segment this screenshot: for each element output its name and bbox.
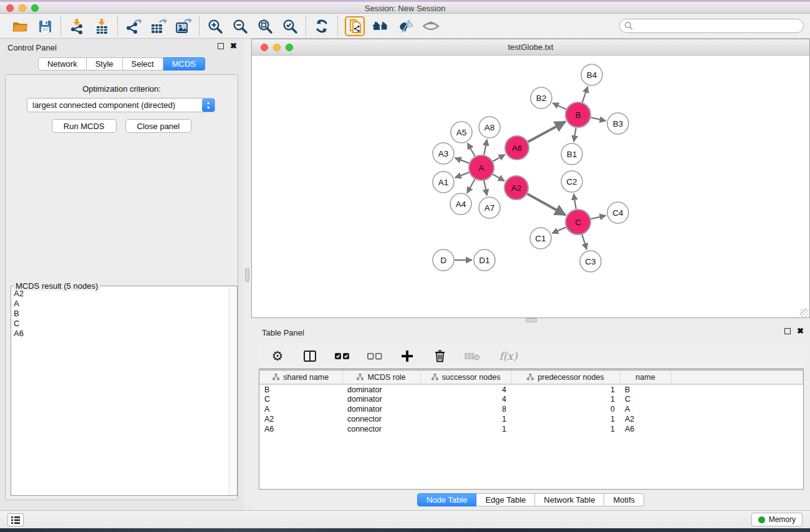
- col-name[interactable]: name: [620, 370, 671, 384]
- result-item[interactable]: A: [11, 299, 229, 309]
- open-session-button[interactable]: [7, 16, 32, 37]
- float-panel-icon[interactable]: [784, 328, 791, 334]
- import-network-button[interactable]: [64, 16, 89, 37]
- edge-B-B1[interactable]: [574, 128, 576, 142]
- show-columns-button[interactable]: [301, 347, 319, 365]
- node-D[interactable]: D: [433, 249, 454, 271]
- result-item[interactable]: C: [11, 319, 229, 329]
- node-B1[interactable]: B1: [561, 143, 582, 165]
- table-row[interactable]: Bdominator41B: [259, 384, 803, 394]
- zoom-selected-button[interactable]: [277, 16, 302, 37]
- export-image-button[interactable]: [171, 16, 196, 37]
- splitter-handle[interactable]: [245, 268, 249, 282]
- result-scrollbar[interactable]: [229, 286, 237, 495]
- edge-C-C4[interactable]: [591, 216, 605, 220]
- refresh-button[interactable]: [309, 16, 334, 37]
- float-panel-icon[interactable]: [218, 43, 224, 49]
- export-table-button[interactable]: [146, 16, 171, 37]
- zoom-in-button[interactable]: [203, 16, 228, 37]
- node-D1[interactable]: D1: [474, 249, 495, 271]
- table-header-row[interactable]: shared name MCDS role successor nodes pr…: [259, 370, 803, 384]
- edge-B-B4[interactable]: [582, 87, 588, 102]
- col-predecessor-nodes[interactable]: predecessor nodes: [511, 370, 620, 384]
- select-all-columns-button[interactable]: [334, 347, 351, 365]
- edge-A-A2[interactable]: [493, 174, 504, 181]
- network-canvas-svg[interactable]: B4B2BB3B1A5A8A6A3AA1A2C2A4A7C4CC1C3DD1: [253, 56, 809, 317]
- node-C4[interactable]: C4: [607, 202, 629, 223]
- edge-A-A6[interactable]: [493, 155, 505, 162]
- node-table[interactable]: shared name MCDS role successor nodes pr…: [259, 370, 803, 434]
- tab-network-table[interactable]: Network Table: [535, 493, 604, 506]
- tab-style[interactable]: Style: [87, 57, 123, 70]
- zoom-fit-button[interactable]: [253, 16, 277, 37]
- node-C1[interactable]: C1: [530, 228, 551, 249]
- node-A3[interactable]: A3: [433, 143, 454, 164]
- splitter-handle[interactable]: [526, 318, 537, 322]
- edge-A-A5[interactable]: [468, 143, 475, 156]
- node-C[interactable]: C: [566, 210, 591, 235]
- edge-B-B3[interactable]: [591, 117, 606, 120]
- edge-C-C1[interactable]: [552, 227, 566, 233]
- table-row[interactable]: A2connector11A2: [259, 414, 803, 424]
- result-item[interactable]: A6: [11, 329, 229, 339]
- create-column-button[interactable]: [398, 347, 416, 365]
- col-shared-name[interactable]: shared name: [259, 370, 342, 384]
- delete-table-button[interactable]: [463, 347, 481, 365]
- edge-A-A8[interactable]: [484, 140, 487, 155]
- mcds-result-list[interactable]: A2ABCA6: [11, 289, 229, 495]
- unselect-all-columns-button[interactable]: [366, 347, 383, 365]
- edge-A-A7[interactable]: [484, 181, 487, 196]
- node-A2[interactable]: A2: [504, 176, 528, 200]
- node-B2[interactable]: B2: [531, 87, 552, 109]
- search-input[interactable]: [619, 19, 804, 33]
- show-tasks-button[interactable]: [7, 513, 24, 526]
- node-A4[interactable]: A4: [450, 193, 471, 215]
- show-graphics-details-button[interactable]: [418, 16, 443, 37]
- run-mcds-button[interactable]: Run MCDS: [52, 119, 117, 133]
- table-settings-button[interactable]: ⚙: [269, 347, 286, 365]
- edge-A-A3[interactable]: [455, 158, 470, 163]
- node-A[interactable]: A: [469, 155, 494, 180]
- save-session-button[interactable]: [32, 16, 57, 37]
- result-item[interactable]: A2: [11, 289, 229, 299]
- edge-C-C2[interactable]: [574, 194, 576, 209]
- node-B4[interactable]: B4: [581, 64, 602, 85]
- vertical-splitter[interactable]: [243, 39, 251, 510]
- edge-B-B2[interactable]: [552, 103, 566, 109]
- node-B3[interactable]: B3: [607, 113, 629, 134]
- node-B[interactable]: B: [566, 102, 591, 127]
- close-panel-icon[interactable]: ✖: [797, 328, 804, 334]
- show-all-networks-button[interactable]: [369, 16, 393, 37]
- resize-grip-icon[interactable]: [800, 308, 809, 317]
- node-A6[interactable]: A6: [505, 136, 529, 160]
- node-A5[interactable]: A5: [451, 122, 472, 143]
- node-A7[interactable]: A7: [479, 197, 500, 218]
- node-A8[interactable]: A8: [479, 117, 500, 138]
- tab-select[interactable]: Select: [123, 57, 163, 70]
- table-row[interactable]: A6connector11A6: [259, 424, 803, 434]
- close-panel-button[interactable]: Close panel: [125, 119, 192, 133]
- col-mcds-role[interactable]: MCDS role: [342, 370, 420, 384]
- memory-button[interactable]: Memory: [751, 513, 803, 526]
- edge-A6-B[interactable]: [528, 122, 566, 142]
- edge-A-A1[interactable]: [455, 172, 470, 178]
- node-A1[interactable]: A1: [433, 172, 454, 193]
- hide-graphics-details-button[interactable]: [393, 16, 418, 37]
- tab-node-table[interactable]: Node Table: [417, 493, 477, 506]
- node-C3[interactable]: C3: [580, 251, 601, 272]
- horizontal-splitter[interactable]: [251, 318, 810, 323]
- tab-mcds[interactable]: MCDS: [163, 57, 205, 70]
- table-row[interactable]: Adominator80A: [259, 404, 803, 414]
- edge-C-C3[interactable]: [582, 235, 587, 249]
- function-builder-button[interactable]: f(x): [496, 347, 521, 365]
- tab-network[interactable]: Network: [38, 57, 87, 70]
- tab-edge-table[interactable]: Edge Table: [476, 493, 535, 506]
- new-network-from-file-button[interactable]: [341, 16, 369, 37]
- import-table-button[interactable]: [89, 16, 114, 37]
- table-row[interactable]: Cdominator41C: [259, 394, 803, 404]
- export-network-button[interactable]: [121, 16, 146, 37]
- result-item[interactable]: B: [11, 309, 229, 319]
- delete-column-button[interactable]: [431, 347, 448, 365]
- col-successor-nodes[interactable]: successor nodes: [420, 370, 511, 384]
- zoom-out-button[interactable]: [228, 16, 253, 37]
